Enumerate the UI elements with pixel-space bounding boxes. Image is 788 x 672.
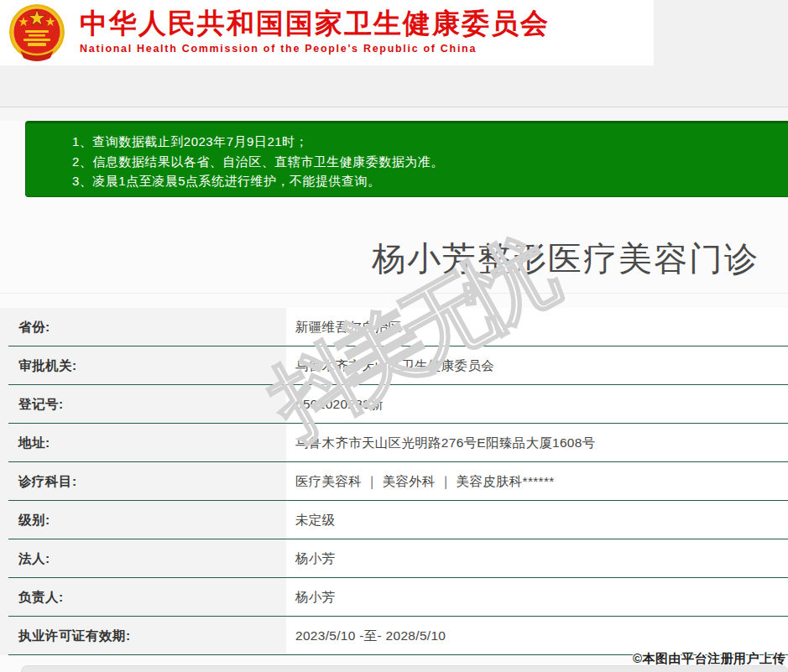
row-value: 未定级 (286, 501, 788, 539)
prc-national-emblem-icon (7, 3, 67, 65)
row-label: 登记号: (0, 385, 286, 424)
table-row: 审批机关:乌鲁木齐市天山区卫生健康委员会 (0, 346, 788, 385)
content-divider (0, 293, 788, 294)
table-row: 负责人:杨小芳 (0, 578, 788, 617)
row-value: 杨小芳 (286, 539, 788, 578)
site-header: 中华人民共和国国家卫生健康委员会 National Health Commiss… (0, 0, 654, 65)
row-label: 执业许可证有效期: (0, 617, 286, 655)
row-value: 杨小芳 (286, 578, 788, 617)
row-label: 法人: (0, 539, 286, 578)
header-titles: 中华人民共和国国家卫生健康委员会 National Health Commiss… (80, 7, 550, 55)
row-value: 乌鲁木齐市天山区光明路276号E阳臻品大厦1608号 (286, 424, 788, 462)
notice-line-1: 1、查询数据截止到2023年7月9日21时； (72, 132, 788, 152)
row-value: 2023/5/10 -至- 2028/5/10 (286, 617, 788, 655)
row-label: 省份: (0, 308, 286, 346)
top-gray-band-lower (0, 107, 788, 121)
row-label: 诊疗科目: (0, 462, 286, 501)
row-value: 6501020288新 (286, 385, 788, 424)
row-label: 审批机关: (0, 346, 286, 385)
row-value: 乌鲁木齐市天山区卫生健康委员会 (286, 346, 788, 385)
footer-upload-watermark: ©本图由平台注册用户上传 (633, 651, 785, 667)
site-title-chinese: 中华人民共和国国家卫生健康委员会 (80, 7, 550, 40)
site-title-english: National Health Commission of the People… (80, 43, 550, 55)
row-value: 医疗美容科 ｜ 美容外科 ｜ 美容皮肤科****** (286, 462, 788, 501)
notice-line-2: 2、信息数据结果以各省、自治区、直辖市卫生健康委数据为准。 (72, 152, 788, 172)
notice-line-3: 3、凌晨1点至凌晨5点系统进行维护，不能提供查询。 (72, 171, 788, 191)
row-label: 地址: (0, 424, 286, 462)
table-row: 地址:乌鲁木齐市天山区光明路276号E阳臻品大厦1608号 (0, 424, 788, 462)
row-label: 负责人: (0, 578, 286, 617)
table-row: 登记号:6501020288新 (0, 385, 788, 424)
query-notice-banner: 1、查询数据截止到2023年7月9日21时； 2、信息数据结果以各省、自治区、直… (25, 121, 788, 197)
institution-name-title: 杨小芳整形医疗美容门诊 (372, 236, 759, 282)
table-row: 执业许可证有效期:2023/5/10 -至- 2028/5/10 (0, 617, 788, 655)
table-row: 级别:未定级 (0, 501, 788, 539)
row-value: 新疆维吾尔自治区 (286, 308, 788, 346)
details-table: 省份:新疆维吾尔自治区审批机关:乌鲁木齐市天山区卫生健康委员会登记号:65010… (0, 308, 788, 655)
table-row: 省份:新疆维吾尔自治区 (0, 308, 788, 346)
notice-lines: 1、查询数据截止到2023年7月9日21时； 2、信息数据结果以各省、自治区、直… (26, 123, 788, 191)
row-label: 级别: (0, 501, 286, 539)
table-row: 法人:杨小芳 (0, 539, 788, 578)
table-row: 诊疗科目:医疗美容科 ｜ 美容外科 ｜ 美容皮肤科****** (0, 462, 788, 501)
